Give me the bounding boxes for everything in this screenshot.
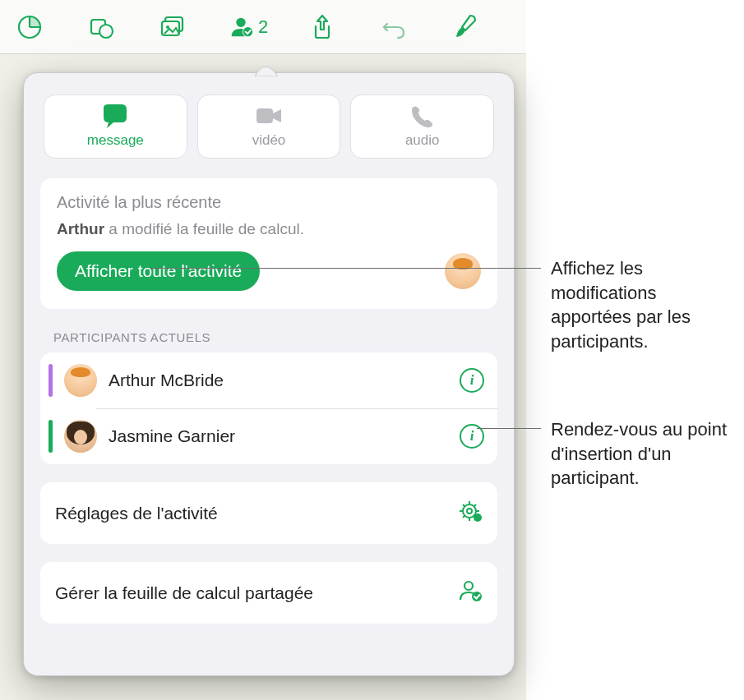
activity-row: Afficher toute l'activité <box>57 251 481 291</box>
svg-point-2 <box>99 25 113 38</box>
activity-title: Activité la plus récente <box>57 193 481 212</box>
video-button[interactable]: vidéo <box>197 94 341 159</box>
manage-shared-label: Gérer la feuille de calcul partagée <box>55 583 313 603</box>
undo-button[interactable] <box>377 10 411 44</box>
participant-avatar <box>64 420 97 453</box>
participant-row[interactable]: Arthur McBride i <box>40 352 497 408</box>
activity-avatar <box>445 253 481 289</box>
share-icon <box>307 12 337 42</box>
audio-button[interactable]: audio <box>350 94 494 159</box>
person-check-icon <box>458 578 483 607</box>
activity-description: Arthur a modifié la feuille de calcul. <box>57 220 481 238</box>
svg-rect-9 <box>256 108 273 123</box>
media-button[interactable] <box>155 10 190 44</box>
svg-line-17 <box>463 515 465 518</box>
undo-icon <box>379 12 409 42</box>
manage-shared-row[interactable]: Gérer la feuille de calcul partagée <box>40 562 497 624</box>
svg-point-8 <box>243 27 252 36</box>
person-check-icon <box>227 13 255 41</box>
phone-icon <box>408 104 437 129</box>
gear-icon <box>458 499 483 527</box>
svg-line-18 <box>474 504 476 507</box>
communication-row: message vidéo audio <box>40 90 497 170</box>
app-toolbar: 2 <box>0 0 526 54</box>
activity-settings-row[interactable]: Réglages de l'activité <box>40 482 497 544</box>
svg-point-21 <box>464 582 473 590</box>
activity-actor: Arthur <box>57 220 104 237</box>
video-camera-icon <box>254 104 284 129</box>
activity-settings-label: Réglages de l'activité <box>55 504 218 523</box>
share-button[interactable] <box>305 10 340 44</box>
participant-info-button[interactable]: i <box>460 368 484 393</box>
photos-icon <box>158 12 187 42</box>
participant-name: Arthur McBride <box>109 371 448 390</box>
shape-button[interactable] <box>84 10 118 44</box>
participant-avatar <box>64 364 97 397</box>
presence-indicator <box>49 420 53 453</box>
message-button[interactable]: message <box>44 94 187 159</box>
recent-activity-card: Activité la plus récente Arthur a modifi… <box>40 178 497 309</box>
shape-icon <box>86 12 116 42</box>
svg-point-22 <box>472 592 482 601</box>
callout-text: Affichez les modifications apportées par… <box>551 256 736 354</box>
svg-point-6 <box>236 17 245 26</box>
video-label: vidéo <box>252 132 286 149</box>
chart-button[interactable] <box>12 10 47 44</box>
message-label: message <box>87 132 144 149</box>
participants-section-label: PARTICIPANTS ACTUELS <box>53 330 494 344</box>
svg-point-20 <box>474 513 482 522</box>
message-bubble-icon <box>100 104 130 129</box>
participant-name: Jasmine Garnier <box>109 426 448 446</box>
svg-line-15 <box>463 504 465 507</box>
paintbrush-icon <box>451 12 480 42</box>
callout-leader-line <box>477 428 541 429</box>
show-all-activity-button[interactable]: Afficher toute l'activité <box>57 251 260 291</box>
svg-point-19 <box>467 509 472 513</box>
collaborate-button[interactable]: 2 <box>227 13 268 41</box>
collaboration-popover: message vidéo audio Activité la plus réc… <box>23 72 515 676</box>
participant-row[interactable]: Jasmine Garnier i <box>40 408 497 464</box>
format-button[interactable] <box>448 10 483 44</box>
pie-chart-icon <box>15 12 44 42</box>
participants-card: Arthur McBride i Jasmine Garnier i <box>40 352 497 464</box>
audio-label: audio <box>405 132 440 149</box>
presence-indicator <box>49 364 53 397</box>
callout-text: Rendez-vous au point d'insertion d'un pa… <box>551 417 736 490</box>
activity-text: a modifié la feuille de calcul. <box>104 220 304 237</box>
toolbar-items: 2 <box>0 10 483 44</box>
callout-leader-line <box>150 268 541 269</box>
collaborator-count: 2 <box>258 16 268 38</box>
popover-arrow <box>255 65 278 76</box>
